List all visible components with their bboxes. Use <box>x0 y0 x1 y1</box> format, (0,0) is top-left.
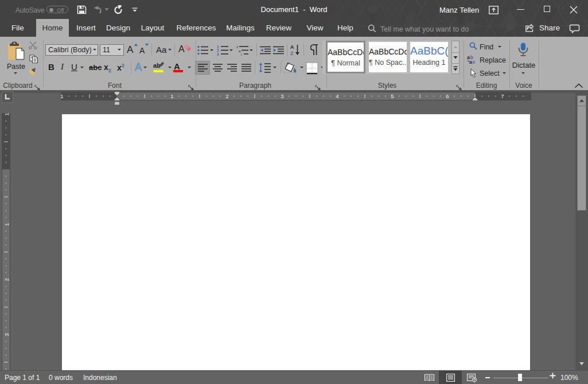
svg-text:Z: Z <box>290 51 294 56</box>
svg-text:3: 3 <box>3 333 10 336</box>
svg-text:i: i <box>241 53 242 56</box>
svg-text:3: 3 <box>217 52 219 56</box>
svg-text:c: c <box>473 59 476 64</box>
svg-text:A: A <box>290 44 294 50</box>
svg-text:1: 1 <box>3 223 10 226</box>
svg-text:2: 2 <box>3 278 10 281</box>
svg-text:a: a <box>239 49 241 53</box>
svg-text:1: 1 <box>3 113 10 115</box>
svg-text:1: 1 <box>236 45 239 49</box>
